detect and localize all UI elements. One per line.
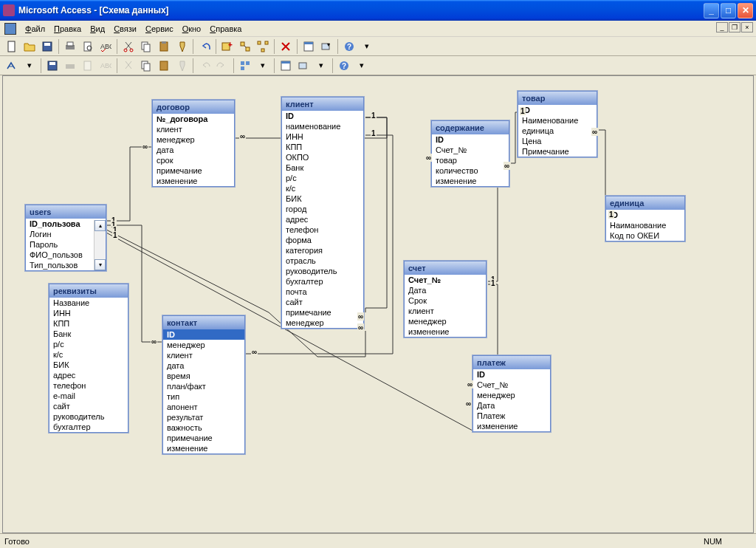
table-header[interactable]: единица <box>606 196 684 210</box>
field[interactable]: категория <box>282 245 363 256</box>
field[interactable]: клиент <box>153 124 234 134</box>
field[interactable]: сайт <box>282 297 363 307</box>
table-klient[interactable]: клиентIDнаименованиеИННКППОКПОБанкр/ск/с… <box>281 97 364 329</box>
field[interactable]: Код по ОКЕИ <box>606 230 684 241</box>
field[interactable]: р/с <box>282 173 363 183</box>
preview-button[interactable] <box>80 38 96 55</box>
help-button[interactable]: ? <box>341 38 357 55</box>
table-header[interactable]: реквизиты <box>49 284 128 298</box>
field[interactable]: Дата <box>405 285 486 295</box>
field[interactable]: ID_пользова <box>26 219 94 229</box>
field[interactable]: №_договора <box>153 114 234 124</box>
print2-button[interactable] <box>62 58 78 74</box>
field[interactable]: e-mail <box>49 391 128 401</box>
mdi-close[interactable]: × <box>741 22 753 32</box>
format2-button[interactable] <box>173 58 190 74</box>
field[interactable]: количество <box>432 165 509 176</box>
field[interactable]: изменение <box>163 443 244 453</box>
spell2-button[interactable]: ABC <box>97 58 114 74</box>
field[interactable]: Наименование <box>518 115 597 126</box>
db-window-button[interactable] <box>300 38 317 55</box>
table-tovar[interactable]: товарIDНаименованиеединицаЦенаПримечание <box>518 91 597 157</box>
table-header[interactable]: users <box>26 205 106 219</box>
new-object-button[interactable]: ▾ <box>318 38 334 55</box>
save-button[interactable] <box>39 38 55 55</box>
field[interactable]: Счет_№ <box>473 380 550 390</box>
field[interactable]: КПП <box>282 142 363 152</box>
field[interactable]: бухгалтер <box>282 276 363 287</box>
field[interactable]: к/с <box>282 183 363 193</box>
field[interactable]: форма <box>282 235 363 245</box>
copy2-button[interactable] <box>138 58 154 74</box>
field[interactable]: Пароль <box>26 239 94 250</box>
mdi-restore[interactable]: ❐ <box>729 22 740 32</box>
show-all-button[interactable] <box>255 38 271 55</box>
field[interactable]: результат <box>163 412 244 422</box>
help2-button[interactable]: ? <box>336 58 352 74</box>
table-header[interactable]: счет <box>405 261 486 275</box>
field[interactable]: ИНН <box>282 131 363 142</box>
field[interactable]: Платеж <box>473 411 550 421</box>
field[interactable]: БИК <box>49 360 128 370</box>
field[interactable]: клиент <box>405 306 486 316</box>
table-header[interactable]: товар <box>518 92 597 105</box>
field[interactable]: к/с <box>49 349 128 360</box>
field[interactable]: ИНН <box>49 308 128 318</box>
field[interactable]: КПП <box>49 318 128 329</box>
table-soderzh[interactable]: содержаниеIDСчет_№товарколичествоизменен… <box>431 120 509 187</box>
menu-Справка[interactable]: Справка <box>205 23 246 35</box>
field[interactable]: Название <box>49 298 128 308</box>
field[interactable]: примечание <box>153 165 234 176</box>
menu-Правка[interactable]: Правка <box>49 23 86 35</box>
field[interactable]: срок <box>153 155 234 165</box>
minimize-button[interactable]: _ <box>704 3 719 18</box>
table-header[interactable]: клиент <box>282 97 363 111</box>
paste2-button[interactable] <box>156 58 172 74</box>
table-edinica[interactable]: единицаIDНаиманованиеКод по ОКЕИ <box>605 196 685 242</box>
field[interactable]: менеджер <box>282 318 363 328</box>
maximize-button[interactable]: □ <box>721 3 736 18</box>
menu-Сервис[interactable]: Сервис <box>141 23 178 35</box>
field[interactable]: Дата <box>473 400 550 411</box>
table-schet[interactable]: счетСчет_№ДатаСрокклиентменеджеризменени… <box>404 261 487 338</box>
layout-dd-icon[interactable]: ▾ <box>255 58 271 74</box>
menu-Файл[interactable]: Файл <box>21 23 49 35</box>
field[interactable]: Счет_№ <box>405 275 486 285</box>
field[interactable]: сайт <box>49 401 128 411</box>
table-header[interactable]: договор <box>153 100 234 114</box>
field[interactable]: менеджер <box>405 316 486 326</box>
field[interactable]: Цена <box>518 136 597 146</box>
field[interactable]: менеджер <box>473 390 550 400</box>
field[interactable]: Примечание <box>518 146 597 157</box>
table-header[interactable]: платеж <box>473 356 550 369</box>
mdi-minimize[interactable]: _ <box>716 22 728 32</box>
delete-button[interactable] <box>278 38 294 55</box>
view-dropdown-icon[interactable]: ▾ <box>21 58 38 74</box>
field[interactable]: почта <box>282 287 363 297</box>
open-button[interactable] <box>21 38 38 55</box>
dropdown-icon[interactable]: ▾ <box>359 38 375 55</box>
table-header[interactable]: контакт <box>163 316 244 329</box>
field[interactable]: дата <box>153 145 234 155</box>
field[interactable]: наименование <box>282 121 363 131</box>
new-button[interactable] <box>4 38 20 55</box>
field[interactable]: руководитель <box>49 411 128 422</box>
format-painter-button[interactable] <box>173 38 190 55</box>
field[interactable]: примечание <box>282 307 363 318</box>
table-header[interactable]: содержание <box>432 121 509 134</box>
field[interactable]: Срок <box>405 295 486 306</box>
field[interactable]: руководитель <box>282 266 363 276</box>
new-object2-dd-icon[interactable]: ▾ <box>313 58 329 74</box>
field[interactable]: важность <box>163 422 244 433</box>
field[interactable]: Банк <box>49 329 128 339</box>
field[interactable]: бухгалтер <box>49 422 128 432</box>
field[interactable]: ID <box>432 134 509 145</box>
field[interactable]: ID <box>163 329 244 340</box>
dropdown2-icon[interactable]: ▾ <box>354 58 370 74</box>
field[interactable]: ID <box>282 111 363 121</box>
field[interactable]: тип <box>163 391 244 402</box>
field[interactable]: единица <box>518 126 597 136</box>
field[interactable]: отрасль <box>282 256 363 266</box>
field[interactable]: БИК <box>282 193 363 204</box>
field[interactable]: Наиманование <box>606 220 684 230</box>
